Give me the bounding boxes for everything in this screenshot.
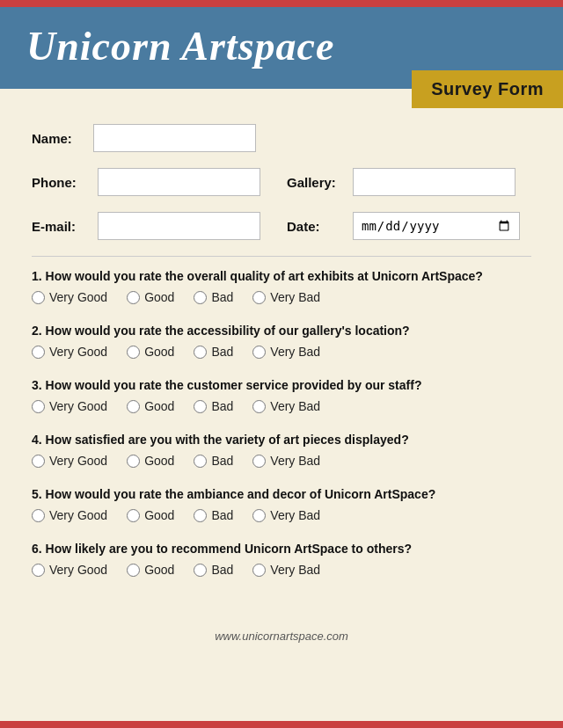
form-body: Name: Phone: Gallery: E-mail: Date:: [0, 89, 563, 614]
question-1-options: Very Good Good Bad Very Bad: [32, 290, 531, 304]
bottom-bar: [0, 721, 563, 728]
date-pair: Date:: [287, 212, 520, 240]
q1-option-1[interactable]: Very Good: [32, 290, 107, 304]
phone-label: Phone:: [32, 175, 89, 190]
email-date-row: E-mail: Date:: [32, 212, 531, 240]
question-1: 1. How would you rate the overall qualit…: [32, 269, 531, 304]
name-row: Name:: [32, 124, 531, 152]
header-title: Unicorn Artspace: [26, 23, 537, 69]
email-label: E-mail:: [32, 219, 89, 234]
gallery-label: Gallery:: [287, 175, 344, 190]
phone-input[interactable]: [98, 168, 260, 196]
question-5: 5. How would you rate the ambiance and d…: [32, 487, 531, 522]
q6-option-2[interactable]: Good: [127, 563, 174, 577]
question-6: 6. How likely are you to recommend Unico…: [32, 542, 531, 577]
q3-option-2[interactable]: Good: [127, 399, 174, 413]
q2-option-1[interactable]: Very Good: [32, 345, 107, 359]
q3-option-4[interactable]: Very Bad: [252, 399, 320, 413]
q4-option-3[interactable]: Bad: [194, 454, 233, 468]
q2-option-3[interactable]: Bad: [194, 345, 233, 359]
question-1-text: 1. How would you rate the overall qualit…: [32, 269, 531, 283]
question-4-text: 4. How satisfied are you with the variet…: [32, 433, 531, 447]
date-input[interactable]: [353, 212, 520, 240]
question-5-text: 5. How would you rate the ambiance and d…: [32, 487, 531, 501]
q5-option-1[interactable]: Very Good: [32, 508, 107, 522]
q6-option-1[interactable]: Very Good: [32, 563, 107, 577]
footer: www.unicornartspace.com: [0, 614, 563, 659]
name-input[interactable]: [93, 124, 256, 152]
question-2-options: Very Good Good Bad Very Bad: [32, 345, 531, 359]
phone-pair: Phone:: [32, 168, 260, 196]
question-2-text: 2. How would you rate the accessibility …: [32, 324, 531, 338]
q6-option-3[interactable]: Bad: [194, 563, 233, 577]
phone-gallery-row: Phone: Gallery:: [32, 168, 531, 196]
q5-option-3[interactable]: Bad: [194, 508, 233, 522]
question-2: 2. How would you rate the accessibility …: [32, 324, 531, 359]
gallery-input[interactable]: [353, 168, 515, 196]
question-6-options: Very Good Good Bad Very Bad: [32, 563, 531, 577]
question-3-text: 3. How would you rate the customer servi…: [32, 378, 531, 392]
name-label: Name:: [32, 131, 93, 146]
q1-option-4[interactable]: Very Bad: [252, 290, 320, 304]
q2-option-4[interactable]: Very Bad: [252, 345, 320, 359]
q5-option-4[interactable]: Very Bad: [252, 508, 320, 522]
footer-website: www.unicornartspace.com: [215, 630, 348, 643]
q4-option-2[interactable]: Good: [127, 454, 174, 468]
q3-option-3[interactable]: Bad: [194, 399, 233, 413]
header: Unicorn Artspace Survey Form: [0, 7, 563, 89]
q1-option-2[interactable]: Good: [127, 290, 174, 304]
q2-option-2[interactable]: Good: [127, 345, 174, 359]
top-bar: [0, 0, 563, 7]
question-4: 4. How satisfied are you with the variet…: [32, 433, 531, 468]
email-input[interactable]: [98, 212, 260, 240]
question-5-options: Very Good Good Bad Very Bad: [32, 508, 531, 522]
date-label: Date:: [287, 219, 344, 234]
email-pair: E-mail:: [32, 212, 260, 240]
divider: [32, 256, 531, 257]
q5-option-2[interactable]: Good: [127, 508, 174, 522]
q4-option-1[interactable]: Very Good: [32, 454, 107, 468]
question-3-options: Very Good Good Bad Very Bad: [32, 399, 531, 413]
gallery-pair: Gallery:: [287, 168, 515, 196]
page-wrapper: Unicorn Artspace Survey Form Name: Phone…: [0, 0, 563, 728]
q1-option-3[interactable]: Bad: [194, 290, 233, 304]
q6-option-4[interactable]: Very Bad: [252, 563, 320, 577]
question-6-text: 6. How likely are you to recommend Unico…: [32, 542, 531, 556]
survey-form-badge: Survey Form: [412, 70, 563, 108]
question-4-options: Very Good Good Bad Very Bad: [32, 454, 531, 468]
q3-option-1[interactable]: Very Good: [32, 399, 107, 413]
q4-option-4[interactable]: Very Bad: [252, 454, 320, 468]
question-3: 3. How would you rate the customer servi…: [32, 378, 531, 413]
